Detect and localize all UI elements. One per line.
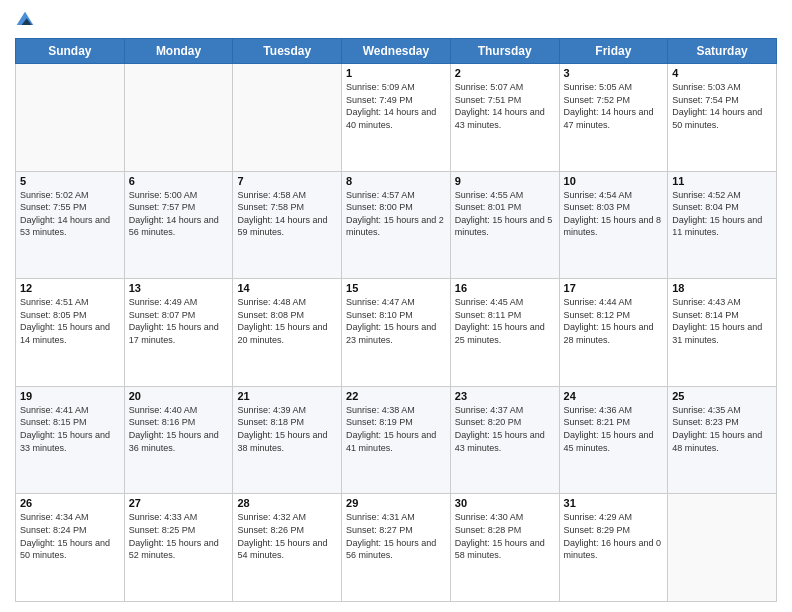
day-info: Sunrise: 4:36 AMSunset: 8:21 PMDaylight:…	[564, 404, 664, 454]
day-info: Sunrise: 4:51 AMSunset: 8:05 PMDaylight:…	[20, 296, 120, 346]
calendar-cell: 14Sunrise: 4:48 AMSunset: 8:08 PMDayligh…	[233, 279, 342, 387]
calendar-cell: 18Sunrise: 4:43 AMSunset: 8:14 PMDayligh…	[668, 279, 777, 387]
day-number: 14	[237, 282, 337, 294]
day-number: 11	[672, 175, 772, 187]
weekday-header-friday: Friday	[559, 39, 668, 64]
weekday-header-tuesday: Tuesday	[233, 39, 342, 64]
calendar-cell: 10Sunrise: 4:54 AMSunset: 8:03 PMDayligh…	[559, 171, 668, 279]
day-info: Sunrise: 4:37 AMSunset: 8:20 PMDaylight:…	[455, 404, 555, 454]
day-info: Sunrise: 4:44 AMSunset: 8:12 PMDaylight:…	[564, 296, 664, 346]
calendar-cell: 25Sunrise: 4:35 AMSunset: 8:23 PMDayligh…	[668, 386, 777, 494]
calendar-cell: 4Sunrise: 5:03 AMSunset: 7:54 PMDaylight…	[668, 64, 777, 172]
calendar-cell: 7Sunrise: 4:58 AMSunset: 7:58 PMDaylight…	[233, 171, 342, 279]
day-number: 2	[455, 67, 555, 79]
calendar-cell: 29Sunrise: 4:31 AMSunset: 8:27 PMDayligh…	[342, 494, 451, 602]
day-number: 15	[346, 282, 446, 294]
day-info: Sunrise: 4:48 AMSunset: 8:08 PMDaylight:…	[237, 296, 337, 346]
day-info: Sunrise: 5:07 AMSunset: 7:51 PMDaylight:…	[455, 81, 555, 131]
day-number: 18	[672, 282, 772, 294]
calendar-cell: 15Sunrise: 4:47 AMSunset: 8:10 PMDayligh…	[342, 279, 451, 387]
calendar-cell	[668, 494, 777, 602]
calendar-cell: 8Sunrise: 4:57 AMSunset: 8:00 PMDaylight…	[342, 171, 451, 279]
day-info: Sunrise: 4:47 AMSunset: 8:10 PMDaylight:…	[346, 296, 446, 346]
calendar-cell: 21Sunrise: 4:39 AMSunset: 8:18 PMDayligh…	[233, 386, 342, 494]
day-number: 8	[346, 175, 446, 187]
day-number: 31	[564, 497, 664, 509]
logo	[15, 10, 39, 30]
day-number: 21	[237, 390, 337, 402]
weekday-header-monday: Monday	[124, 39, 233, 64]
day-number: 28	[237, 497, 337, 509]
day-info: Sunrise: 4:38 AMSunset: 8:19 PMDaylight:…	[346, 404, 446, 454]
weekday-header-row: SundayMondayTuesdayWednesdayThursdayFrid…	[16, 39, 777, 64]
calendar-cell: 24Sunrise: 4:36 AMSunset: 8:21 PMDayligh…	[559, 386, 668, 494]
day-number: 23	[455, 390, 555, 402]
calendar-cell: 9Sunrise: 4:55 AMSunset: 8:01 PMDaylight…	[450, 171, 559, 279]
day-info: Sunrise: 5:05 AMSunset: 7:52 PMDaylight:…	[564, 81, 664, 131]
week-row-3: 12Sunrise: 4:51 AMSunset: 8:05 PMDayligh…	[16, 279, 777, 387]
day-info: Sunrise: 4:49 AMSunset: 8:07 PMDaylight:…	[129, 296, 229, 346]
page: SundayMondayTuesdayWednesdayThursdayFrid…	[0, 0, 792, 612]
calendar-cell: 22Sunrise: 4:38 AMSunset: 8:19 PMDayligh…	[342, 386, 451, 494]
calendar-cell: 28Sunrise: 4:32 AMSunset: 8:26 PMDayligh…	[233, 494, 342, 602]
calendar-cell: 26Sunrise: 4:34 AMSunset: 8:24 PMDayligh…	[16, 494, 125, 602]
calendar-cell	[233, 64, 342, 172]
calendar-cell: 30Sunrise: 4:30 AMSunset: 8:28 PMDayligh…	[450, 494, 559, 602]
calendar-cell: 31Sunrise: 4:29 AMSunset: 8:29 PMDayligh…	[559, 494, 668, 602]
weekday-header-saturday: Saturday	[668, 39, 777, 64]
day-number: 1	[346, 67, 446, 79]
logo-icon	[15, 10, 35, 30]
day-info: Sunrise: 4:52 AMSunset: 8:04 PMDaylight:…	[672, 189, 772, 239]
day-info: Sunrise: 5:02 AMSunset: 7:55 PMDaylight:…	[20, 189, 120, 239]
weekday-header-wednesday: Wednesday	[342, 39, 451, 64]
day-number: 24	[564, 390, 664, 402]
week-row-2: 5Sunrise: 5:02 AMSunset: 7:55 PMDaylight…	[16, 171, 777, 279]
day-info: Sunrise: 4:39 AMSunset: 8:18 PMDaylight:…	[237, 404, 337, 454]
calendar-cell: 23Sunrise: 4:37 AMSunset: 8:20 PMDayligh…	[450, 386, 559, 494]
day-info: Sunrise: 4:31 AMSunset: 8:27 PMDaylight:…	[346, 511, 446, 561]
day-number: 13	[129, 282, 229, 294]
day-number: 25	[672, 390, 772, 402]
day-number: 4	[672, 67, 772, 79]
weekday-header-thursday: Thursday	[450, 39, 559, 64]
calendar-cell	[16, 64, 125, 172]
day-info: Sunrise: 4:57 AMSunset: 8:00 PMDaylight:…	[346, 189, 446, 239]
calendar-cell: 27Sunrise: 4:33 AMSunset: 8:25 PMDayligh…	[124, 494, 233, 602]
day-info: Sunrise: 4:30 AMSunset: 8:28 PMDaylight:…	[455, 511, 555, 561]
day-number: 29	[346, 497, 446, 509]
day-info: Sunrise: 4:34 AMSunset: 8:24 PMDaylight:…	[20, 511, 120, 561]
calendar-cell: 11Sunrise: 4:52 AMSunset: 8:04 PMDayligh…	[668, 171, 777, 279]
day-info: Sunrise: 4:33 AMSunset: 8:25 PMDaylight:…	[129, 511, 229, 561]
header	[15, 10, 777, 30]
day-number: 30	[455, 497, 555, 509]
calendar-cell: 2Sunrise: 5:07 AMSunset: 7:51 PMDaylight…	[450, 64, 559, 172]
week-row-5: 26Sunrise: 4:34 AMSunset: 8:24 PMDayligh…	[16, 494, 777, 602]
calendar-cell	[124, 64, 233, 172]
day-info: Sunrise: 5:03 AMSunset: 7:54 PMDaylight:…	[672, 81, 772, 131]
day-number: 16	[455, 282, 555, 294]
calendar-cell: 5Sunrise: 5:02 AMSunset: 7:55 PMDaylight…	[16, 171, 125, 279]
day-number: 5	[20, 175, 120, 187]
day-number: 26	[20, 497, 120, 509]
day-number: 12	[20, 282, 120, 294]
week-row-1: 1Sunrise: 5:09 AMSunset: 7:49 PMDaylight…	[16, 64, 777, 172]
calendar-cell: 19Sunrise: 4:41 AMSunset: 8:15 PMDayligh…	[16, 386, 125, 494]
day-number: 7	[237, 175, 337, 187]
day-info: Sunrise: 4:54 AMSunset: 8:03 PMDaylight:…	[564, 189, 664, 239]
day-number: 10	[564, 175, 664, 187]
calendar-cell: 6Sunrise: 5:00 AMSunset: 7:57 PMDaylight…	[124, 171, 233, 279]
day-number: 27	[129, 497, 229, 509]
day-number: 3	[564, 67, 664, 79]
calendar-cell: 16Sunrise: 4:45 AMSunset: 8:11 PMDayligh…	[450, 279, 559, 387]
weekday-header-sunday: Sunday	[16, 39, 125, 64]
day-info: Sunrise: 4:29 AMSunset: 8:29 PMDaylight:…	[564, 511, 664, 561]
calendar-cell: 13Sunrise: 4:49 AMSunset: 8:07 PMDayligh…	[124, 279, 233, 387]
day-info: Sunrise: 4:45 AMSunset: 8:11 PMDaylight:…	[455, 296, 555, 346]
calendar-cell: 12Sunrise: 4:51 AMSunset: 8:05 PMDayligh…	[16, 279, 125, 387]
day-number: 19	[20, 390, 120, 402]
day-info: Sunrise: 5:00 AMSunset: 7:57 PMDaylight:…	[129, 189, 229, 239]
calendar-cell: 17Sunrise: 4:44 AMSunset: 8:12 PMDayligh…	[559, 279, 668, 387]
calendar-cell: 20Sunrise: 4:40 AMSunset: 8:16 PMDayligh…	[124, 386, 233, 494]
day-info: Sunrise: 4:32 AMSunset: 8:26 PMDaylight:…	[237, 511, 337, 561]
day-number: 6	[129, 175, 229, 187]
